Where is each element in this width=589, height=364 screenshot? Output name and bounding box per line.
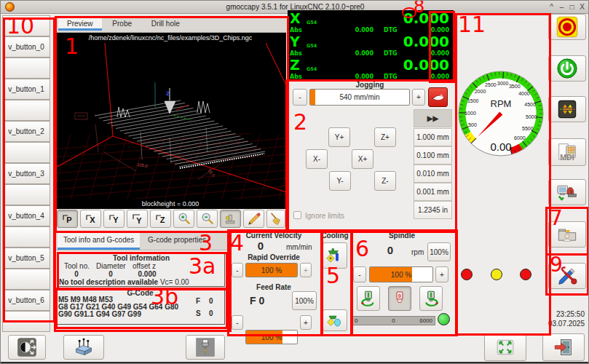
jog-speed-minus-button[interactable]: -: [293, 89, 307, 106]
spindle-override-slider[interactable]: 100 %: [369, 266, 433, 282]
toggle-machine-view-button[interactable]: [220, 210, 241, 228]
mist-coolant-button[interactable]: [323, 309, 347, 331]
manual-mode-button[interactable]: [548, 96, 586, 122]
jog-x-plus-button[interactable]: X+: [352, 149, 373, 169]
sidebar-item-v-button-0[interactable]: v_button_0: [2, 36, 50, 58]
jog-continuous-button[interactable]: ▶▶: [414, 109, 452, 127]
sidebar-item-v-button-1[interactable]: v_button_1: [2, 79, 50, 100]
machine-on-button[interactable]: [548, 55, 586, 82]
settings-button[interactable]: [548, 263, 586, 289]
rapid-override-slider[interactable]: 100 %: [245, 263, 298, 277]
feed-rate-value: F 0: [250, 295, 264, 306]
sidebar-item-v-button-5[interactable]: v_button_5: [2, 248, 50, 269]
flood-coolant-button[interactable]: [323, 242, 347, 269]
jog-z-minus-button[interactable]: Z-: [374, 171, 396, 191]
sidebar-item-v-button-6[interactable]: v_button_6: [2, 290, 50, 311]
tool-measurement-button[interactable]: [186, 335, 225, 360]
exit-button[interactable]: [542, 333, 585, 361]
tab-gcode-properties[interactable]: G-code properties: [142, 231, 212, 248]
jog-speed-plus-button[interactable]: +: [412, 89, 425, 106]
fullscreen-button[interactable]: [484, 333, 526, 361]
v-button-blank[interactable]: [2, 15, 50, 36]
blockheight-bar: blockheight = 0.000: [55, 199, 286, 209]
v-button-blank[interactable]: [2, 58, 50, 79]
user-tabs-button[interactable]: [548, 221, 586, 248]
feed-rate-slider[interactable]: 100 %: [245, 330, 298, 344]
rapid-minus-button[interactable]: -: [232, 263, 243, 277]
svg-text:RPM: RPM: [491, 98, 512, 109]
dro-axis-x[interactable]: X G54 0.000 Abs 0.000 DTG 0.000: [288, 10, 454, 33]
toggle-dimensions-button[interactable]: [243, 210, 264, 228]
dro-axis-y[interactable]: Y G54 0.000 Abs 0.000 DTG 0.000: [288, 33, 454, 57]
view-z-button[interactable]: Z: [150, 210, 171, 228]
mdi-mode-button[interactable]: MDI: [548, 138, 586, 166]
minimize-button[interactable]: –: [557, 3, 566, 11]
dro-axis-z[interactable]: Z G54 0.000 Abs 0.000 DTG 0.000: [288, 57, 454, 80]
block-height-button[interactable]: [63, 335, 104, 360]
jog-increment-1mm[interactable]: 1.000 mm: [414, 128, 452, 146]
rapid-jog-button[interactable]: [428, 87, 448, 107]
sidebar-item-v-button-3[interactable]: v_button_3: [2, 163, 50, 184]
feed-reset-button[interactable]: 100%: [292, 291, 317, 310]
maximize-button[interactable]: □: [567, 3, 577, 11]
svg-text:P: P: [66, 215, 71, 224]
close-button[interactable]: X: [577, 3, 587, 11]
zoom-in-button[interactable]: [173, 210, 194, 228]
feed-minus-button[interactable]: -: [232, 315, 243, 330]
tab-drill-hole[interactable]: Drill hole: [143, 16, 189, 30]
v-button-blank[interactable]: [2, 311, 50, 332]
gcode-s-label: S: [196, 309, 201, 317]
broom-icon: [268, 211, 284, 227]
jog-increment-inch[interactable]: 1.2345 in: [414, 201, 452, 219]
tab-preview[interactable]: Preview: [58, 16, 102, 31]
preview-3d-canvas[interactable]: Z 105.0 51.0: [55, 43, 286, 199]
spindle-stop-button[interactable]: 0: [388, 286, 411, 311]
view-perspective-button[interactable]: P: [57, 210, 78, 228]
tab-tool-info-gcodes[interactable]: Tool info and G-codes: [58, 231, 140, 250]
view-y2-button[interactable]: Y: [127, 210, 148, 228]
feed-plus-button[interactable]: +: [300, 315, 312, 330]
jog-z-plus-button[interactable]: Z+: [374, 127, 396, 147]
svg-text:500: 500: [468, 122, 477, 127]
v-button-blank[interactable]: [2, 100, 50, 121]
spindle-right-icon: [422, 288, 440, 309]
zoom-out-button[interactable]: [197, 210, 218, 228]
tab-probe[interactable]: Probe: [103, 16, 141, 30]
v-button-blank[interactable]: [2, 269, 50, 290]
sidebar-item-v-button-4[interactable]: v_button_4: [2, 205, 50, 226]
feed-rate-title: Feed Rate: [228, 283, 320, 291]
jog-y-minus-button[interactable]: Y-: [329, 171, 351, 191]
spindle-ccw-button[interactable]: [357, 286, 380, 311]
gcode-f-label: F: [196, 297, 200, 305]
spindle-plus-button[interactable]: +: [435, 266, 448, 282]
jog-increment-01mm[interactable]: 0.100 mm: [414, 146, 452, 165]
set-coordinates-button[interactable]: [8, 335, 46, 360]
shade-button[interactable]: ^: [547, 3, 556, 11]
v-button-blank[interactable]: [2, 184, 50, 205]
sidebar-item-v-button-2[interactable]: v_button_2: [2, 121, 50, 142]
spindle-minus-button[interactable]: -: [353, 266, 366, 282]
ignore-limits-checkbox[interactable]: [293, 211, 301, 219]
view-y-button[interactable]: Y: [103, 210, 124, 228]
rapid-plus-button[interactable]: +: [300, 263, 312, 277]
estop-button[interactable]: [548, 14, 586, 40]
spindle-cw-button[interactable]: [419, 286, 443, 311]
current-velocity-title: Current Velocity: [228, 232, 320, 240]
jog-increment-0001mm[interactable]: 0.001 mm: [414, 183, 452, 201]
power-icon: [556, 58, 578, 79]
exit-door-icon: [553, 337, 574, 357]
clear-plot-button[interactable]: [266, 210, 285, 228]
diameter-value: 0: [96, 270, 125, 278]
v-button-blank[interactable]: [2, 226, 50, 248]
v-button-blank[interactable]: [2, 142, 50, 163]
view-x-button[interactable]: X: [80, 210, 101, 228]
spindle-reset-button[interactable]: 100%: [427, 242, 451, 261]
jog-x-minus-button[interactable]: X-: [306, 149, 328, 169]
jog-y-plus-button[interactable]: Y+: [328, 127, 350, 147]
svg-text:X: X: [90, 215, 95, 224]
hand-icon: [430, 90, 446, 106]
auto-mode-button[interactable]: [548, 179, 586, 205]
jog-increment-001mm[interactable]: 0.010 mm: [414, 165, 452, 183]
auto-run-icon: [556, 181, 578, 203]
jog-speed-slider[interactable]: 540 mm/min: [309, 89, 410, 106]
